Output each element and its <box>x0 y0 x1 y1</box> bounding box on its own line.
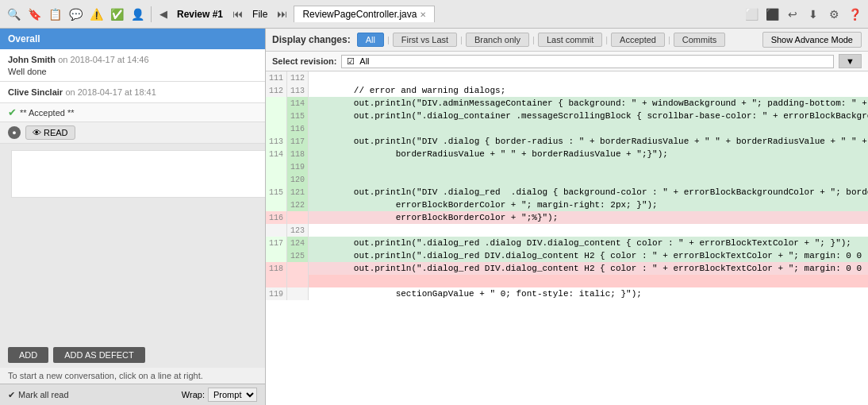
line-num-left: 114 <box>266 148 287 160</box>
icon-download[interactable]: ⬇ <box>805 6 822 23</box>
table-row[interactable]: 114118 borderRadiusValue + " " + borderR… <box>266 148 868 160</box>
sep1: | <box>387 35 390 44</box>
line-num-right: 117 <box>287 135 309 148</box>
tab-close-icon[interactable]: ✕ <box>420 10 426 19</box>
code-cell: borderRadiusValue + " " + borderRadiusVa… <box>309 148 868 160</box>
table-row[interactable] <box>266 275 868 287</box>
comment-date-2: on 2018-04-17 at 18:41 <box>65 87 156 97</box>
line-num-right <box>287 262 309 275</box>
separator-1 <box>151 6 152 22</box>
code-cell: out.println(".dialog_container .messageS… <box>309 110 868 122</box>
icon-clipboard[interactable]: 📋 <box>46 6 63 23</box>
icon-user[interactable]: 👤 <box>129 6 146 23</box>
table-row[interactable]: 116 <box>266 122 868 135</box>
line-num-right: 114 <box>287 97 309 110</box>
accepted-badge: ✔ ** Accepted ** <box>0 103 265 122</box>
filter-all[interactable]: All <box>357 33 384 47</box>
review-label: Review #1 <box>174 9 226 20</box>
line-num-right: 119 <box>287 160 309 173</box>
icon-search[interactable]: 🔍 <box>5 6 22 23</box>
filter-commits[interactable]: Commits <box>674 33 725 47</box>
revision-label: Select revision: <box>272 56 336 66</box>
table-row[interactable]: 116 errorBlockBorderColor + ";%}"); <box>266 211 868 224</box>
filter-accepted[interactable]: Accepted <box>611 33 665 47</box>
file-tab-name: ReviewPageController.java <box>302 9 417 20</box>
first-file-btn[interactable]: ⏮ <box>229 6 246 21</box>
code-cell: // error and warning dialogs; <box>309 84 868 97</box>
filter-last-commit[interactable]: Last commit <box>538 33 602 47</box>
line-num-left: 111 <box>266 71 287 84</box>
line-num-right <box>287 275 309 287</box>
line-num-left <box>266 224 287 237</box>
table-row[interactable]: 123 <box>266 224 868 237</box>
nav-prev-btn[interactable]: ◀ <box>156 6 171 21</box>
table-row[interactable]: 122 errorBlockBorderColor + "; margin-ri… <box>266 199 868 211</box>
line-num-left: 113 <box>266 135 287 148</box>
display-label: Display changes: <box>272 34 351 45</box>
icon-bookmark[interactable]: 🔖 <box>25 6 43 23</box>
code-cell <box>309 71 868 84</box>
code-cell: out.println(".dialog_red DIV.dialog_cont… <box>309 249 868 262</box>
left-header-label: Overall <box>8 33 40 44</box>
footer-hint-text: To start a new conversation, click on a … <box>8 371 203 380</box>
footer-hint: To start a new conversation, click on a … <box>0 368 265 384</box>
table-row[interactable]: 118 out.println(".dialog_red DIV.dialog_… <box>266 262 868 275</box>
comment-date-1: on 2018-04-17 at 14:46 <box>58 55 148 64</box>
line-num-right: 122 <box>287 199 309 211</box>
revision-bar: Select revision: ☑ All ▼ <box>266 52 868 71</box>
icon-rect2[interactable]: ⬛ <box>763 6 781 23</box>
icon-gear[interactable]: ⚙ <box>825 6 843 23</box>
read-button[interactable]: 👁 READ <box>25 125 75 140</box>
sep4: | <box>605 35 608 44</box>
nav-prev[interactable]: ◀ <box>156 6 171 21</box>
revision-all-checkbox[interactable]: ☑ <box>347 56 355 67</box>
file-tab[interactable]: ReviewPageController.java ✕ <box>294 6 435 22</box>
code-area[interactable]: 111112112113 // error and warning dialog… <box>266 71 868 405</box>
table-row[interactable]: 113117 out.println("DIV .dialog { border… <box>266 135 868 148</box>
icon-comment[interactable]: 💬 <box>67 6 84 23</box>
add-defect-button[interactable]: ADD AS DEFECT <box>53 347 144 363</box>
table-row[interactable]: 114 out.println("DIV.adminMessageContain… <box>266 97 868 110</box>
table-row[interactable]: 120 <box>266 173 868 186</box>
table-row[interactable]: 112113 // error and warning dialogs; <box>266 84 868 97</box>
table-row[interactable]: 125 out.println(".dialog_red DIV.dialog_… <box>266 249 868 262</box>
table-row[interactable]: 111112 <box>266 71 868 84</box>
table-row[interactable]: 115 out.println(".dialog_container .mess… <box>266 110 868 122</box>
revision-select-wrapper[interactable]: ☑ All <box>341 55 834 68</box>
right-panel: Display changes: All | First vs Last | B… <box>266 29 868 405</box>
add-button[interactable]: ADD <box>8 347 48 363</box>
filter-first-last[interactable]: First vs Last <box>393 33 457 47</box>
comment-input[interactable] <box>11 150 265 198</box>
eye-icon: 👁 <box>33 128 41 137</box>
icon-help[interactable]: ❓ <box>846 6 863 23</box>
sep2: | <box>460 35 463 44</box>
table-row[interactable]: 117124 out.println(".dialog_red .dialog … <box>266 237 868 249</box>
circle-icon: ● <box>8 126 21 139</box>
code-cell <box>309 224 868 237</box>
table-row[interactable]: 119 <box>266 160 868 173</box>
filter-branch-only[interactable]: Branch only <box>466 33 529 47</box>
icon-check[interactable]: ✅ <box>108 6 125 23</box>
icon-undo[interactable]: ↩ <box>784 6 801 23</box>
last-file-btn[interactable]: ⏭ <box>274 6 290 21</box>
advance-mode-button[interactable]: Show Advance Mode <box>762 32 862 48</box>
line-num-left: 119 <box>266 287 287 300</box>
revision-dropdown-btn[interactable]: ▼ <box>839 54 862 68</box>
code-cell <box>309 173 868 186</box>
accepted-text: ** Accepted ** <box>20 108 75 118</box>
main-area: Overall John Smith on 2018-04-17 at 14:4… <box>0 29 868 405</box>
wrap-select[interactable]: Prompt <box>208 388 257 402</box>
icon-warning[interactable]: ⚠️ <box>87 6 105 23</box>
comment-author-2: Clive Sinclair <box>8 87 63 97</box>
code-table: 111112112113 // error and warning dialog… <box>266 71 868 300</box>
icon-rect1[interactable]: ⬜ <box>743 6 760 23</box>
mark-all-read[interactable]: ✔ Mark all read <box>8 390 69 400</box>
comment-text-1: Well done <box>8 67 257 76</box>
read-btn-label: READ <box>44 128 68 137</box>
code-cell <box>309 160 868 173</box>
line-num-right: 115 <box>287 110 309 122</box>
table-row[interactable]: 119 sectionGapValue + " 0; font-style: i… <box>266 287 868 300</box>
table-row[interactable]: 115121 out.println("DIV .dialog_red .dia… <box>266 186 868 199</box>
line-num-right: 125 <box>287 249 309 262</box>
code-cell <box>309 275 868 287</box>
